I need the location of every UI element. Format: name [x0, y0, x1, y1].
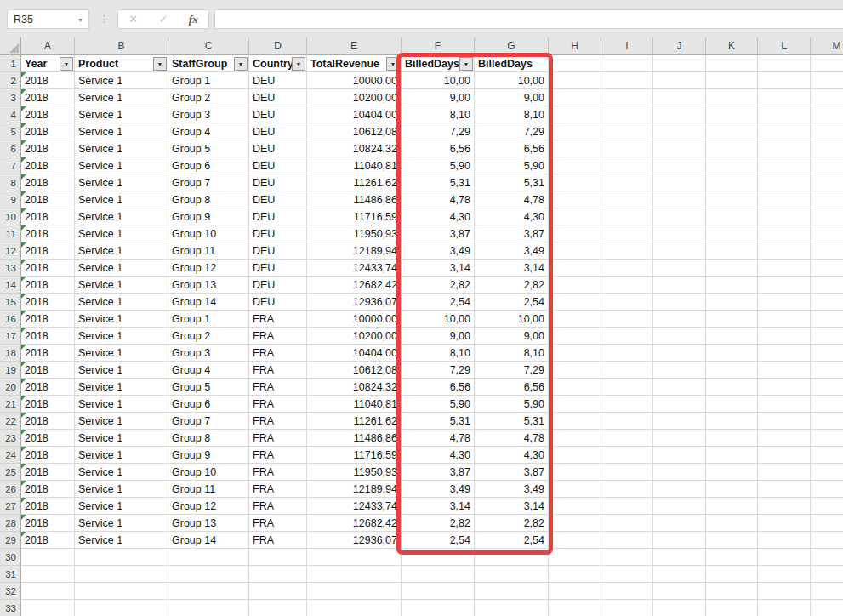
cell-K1[interactable]	[706, 55, 758, 72]
cell-A8[interactable]: 2018	[21, 174, 75, 191]
cell-H20[interactable]	[549, 379, 601, 396]
cell-F22[interactable]: 5,31	[402, 413, 475, 430]
cell-A30[interactable]	[21, 549, 75, 566]
cell-M30[interactable]	[811, 549, 843, 566]
row-header-24[interactable]: 24	[0, 447, 21, 464]
cell-L26[interactable]	[758, 481, 811, 498]
cell-D7[interactable]: DEU	[249, 157, 307, 174]
cell-I20[interactable]	[601, 379, 653, 396]
cell-J24[interactable]	[653, 447, 706, 464]
cell-M19[interactable]	[811, 362, 843, 379]
cell-J26[interactable]	[653, 481, 706, 498]
cell-B4[interactable]: Service 1	[75, 106, 168, 123]
row-header-13[interactable]: 13	[0, 260, 21, 277]
cell-D22[interactable]: FRA	[249, 413, 307, 430]
cell-B20[interactable]: Service 1	[75, 379, 168, 396]
cell-A17[interactable]: 2018	[21, 328, 75, 345]
column-header-K[interactable]: K	[706, 37, 758, 55]
cell-L30[interactable]	[758, 549, 811, 566]
cell-C26[interactable]: Group 11	[168, 481, 249, 498]
cell-L13[interactable]	[758, 260, 811, 277]
cell-K28[interactable]	[706, 515, 758, 532]
cell-M22[interactable]	[811, 413, 843, 430]
cell-C28[interactable]: Group 13	[168, 515, 249, 532]
cell-J27[interactable]	[653, 498, 706, 515]
filter-dropdown-button[interactable]: ▼	[459, 57, 473, 71]
cell-L7[interactable]	[758, 157, 811, 174]
cell-E11[interactable]: 11950,93	[307, 225, 402, 242]
cell-K33[interactable]	[706, 600, 758, 616]
enter-icon[interactable]: ✓	[151, 13, 176, 26]
cell-D23[interactable]: FRA	[249, 430, 307, 447]
cell-M4[interactable]	[811, 106, 843, 123]
cell-D16[interactable]: FRA	[249, 311, 307, 328]
cell-A1[interactable]: Year▼	[21, 55, 75, 72]
cell-G1[interactable]: BilledDays	[475, 55, 549, 72]
cell-I21[interactable]	[601, 396, 653, 413]
cell-I32[interactable]	[601, 583, 653, 600]
cell-L20[interactable]	[758, 379, 811, 396]
cell-F9[interactable]: 4,78	[402, 191, 475, 208]
cell-E24[interactable]: 11716,59	[307, 447, 402, 464]
cell-B26[interactable]: Service 1	[75, 481, 168, 498]
cell-L11[interactable]	[758, 225, 811, 242]
cell-B14[interactable]: Service 1	[75, 277, 168, 294]
cell-F18[interactable]: 8,10	[402, 345, 475, 362]
cell-F27[interactable]: 3,14	[402, 498, 475, 515]
cell-B32[interactable]	[75, 583, 168, 600]
cell-H5[interactable]	[549, 123, 601, 140]
cell-G15[interactable]: 2,54	[475, 294, 549, 311]
cell-F30[interactable]	[402, 549, 475, 566]
cell-D9[interactable]: DEU	[249, 191, 307, 208]
cell-H32[interactable]	[549, 583, 601, 600]
cell-E13[interactable]: 12433,74	[307, 260, 402, 277]
column-header-D[interactable]: D	[249, 37, 307, 55]
cell-K18[interactable]	[706, 345, 758, 362]
cell-B10[interactable]: Service 1	[75, 208, 168, 225]
cell-B23[interactable]: Service 1	[75, 430, 168, 447]
cell-D19[interactable]: FRA	[249, 362, 307, 379]
cell-J12[interactable]	[653, 242, 706, 260]
cell-H19[interactable]	[549, 362, 601, 379]
column-header-I[interactable]: I	[601, 37, 653, 55]
cell-K14[interactable]	[706, 277, 758, 294]
cell-K6[interactable]	[706, 140, 758, 157]
cell-K23[interactable]	[706, 430, 758, 447]
cell-I25[interactable]	[601, 464, 653, 481]
cell-L12[interactable]	[758, 242, 811, 260]
cell-J21[interactable]	[653, 396, 706, 413]
cell-K8[interactable]	[706, 174, 758, 191]
cell-C5[interactable]: Group 4	[168, 123, 249, 140]
cell-D5[interactable]: DEU	[249, 123, 307, 140]
cell-J16[interactable]	[653, 311, 706, 328]
cell-G6[interactable]: 6,56	[475, 140, 549, 157]
cell-K11[interactable]	[706, 225, 758, 242]
cell-I29[interactable]	[601, 532, 653, 549]
cell-A20[interactable]: 2018	[21, 379, 75, 396]
cell-J32[interactable]	[653, 583, 706, 600]
cell-A14[interactable]: 2018	[21, 277, 75, 294]
cell-I4[interactable]	[601, 106, 653, 123]
cell-G5[interactable]: 7,29	[475, 123, 549, 140]
row-header-29[interactable]: 29	[0, 532, 21, 549]
column-header-C[interactable]: C	[168, 37, 249, 55]
cell-I27[interactable]	[601, 498, 653, 515]
cell-D14[interactable]: DEU	[249, 277, 307, 294]
cell-K12[interactable]	[706, 242, 758, 260]
cell-E30[interactable]	[307, 549, 402, 566]
insert-function-icon[interactable]: fx	[180, 13, 206, 26]
cell-E3[interactable]: 10200,00	[307, 89, 402, 106]
cell-L25[interactable]	[758, 464, 811, 481]
cell-L8[interactable]	[758, 174, 811, 191]
cell-H15[interactable]	[549, 294, 601, 311]
cell-A28[interactable]: 2018	[21, 515, 75, 532]
cell-J10[interactable]	[653, 208, 706, 225]
cell-G23[interactable]: 4,78	[475, 430, 549, 447]
cell-F8[interactable]: 5,31	[402, 174, 475, 191]
cell-L33[interactable]	[758, 600, 811, 616]
cell-K24[interactable]	[706, 447, 758, 464]
cell-G4[interactable]: 8,10	[475, 106, 549, 123]
formula-bar-input[interactable]	[214, 9, 843, 29]
cell-E8[interactable]: 11261,62	[307, 174, 402, 191]
cell-B24[interactable]: Service 1	[75, 447, 168, 464]
